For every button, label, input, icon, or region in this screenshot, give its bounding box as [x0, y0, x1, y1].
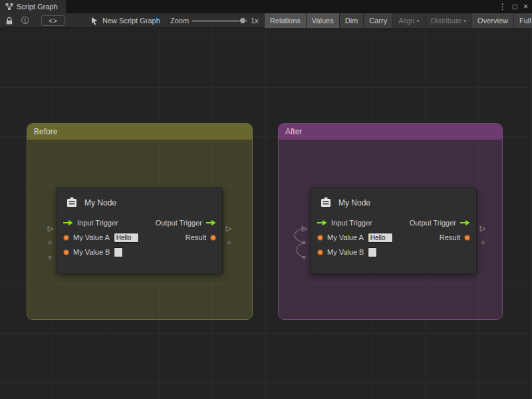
group-before-title: Before — [34, 127, 57, 136]
input-trigger-port[interactable]: Input Trigger — [317, 219, 372, 227]
overview-button[interactable]: Overview — [472, 13, 514, 28]
value-port-dot-icon[interactable] — [464, 235, 470, 241]
value-row-a: My Value A Result — [311, 230, 476, 245]
zoom-slider[interactable] — [192, 20, 247, 22]
my-value-a-label: My Value A — [73, 233, 110, 241]
info-icon: ⓘ — [21, 15, 29, 27]
script-graph-window: Script Graph ⋮ □ × ⓘ <> New Script Graph — [0, 0, 532, 399]
tab-script-graph[interactable]: Script Graph — [0, 0, 66, 13]
input-trigger-label: Input Trigger — [77, 219, 118, 227]
group-after-title: After — [285, 127, 302, 136]
flow-port-icon[interactable]: ▷ — [224, 223, 233, 233]
result-label: Result — [440, 233, 460, 241]
value-port-icon[interactable]: ○ — [46, 253, 54, 261]
my-value-a-label: My Value A — [327, 233, 364, 241]
flow-arrow-icon — [460, 219, 470, 226]
graph-selector[interactable]: New Script Graph — [90, 13, 160, 28]
my-value-b-label: My Value B — [73, 248, 110, 256]
code-icon: <> — [49, 17, 58, 25]
value-port-icon[interactable]: ○ — [300, 239, 308, 247]
relations-button[interactable]: Relations — [265, 13, 307, 28]
group-before-header[interactable]: Before — [27, 124, 252, 140]
close-icon[interactable]: × — [523, 2, 528, 11]
values-label: Values — [312, 17, 334, 25]
tab-title: Script Graph — [17, 3, 58, 11]
flow-row: Input Trigger Output Trigger — [311, 215, 476, 230]
output-trigger-label: Output Trigger — [156, 219, 202, 227]
value-port-dot-icon[interactable] — [317, 235, 323, 241]
dim-button[interactable]: Dim — [340, 13, 364, 28]
info-button[interactable]: ⓘ — [21, 13, 29, 28]
my-value-a-input[interactable] — [114, 233, 139, 243]
my-value-a-port[interactable]: My Value A — [63, 233, 139, 243]
value-port-dot-icon[interactable] — [210, 235, 216, 241]
flow-row: Input Trigger Output Trigger — [57, 215, 222, 230]
lock-button[interactable] — [5, 13, 13, 28]
graph-toolbar: ⓘ <> New Script Graph Zoom 1x Relations … — [0, 13, 532, 28]
flow-port-icon[interactable]: ▷ — [478, 223, 487, 233]
toolbar-buttons: Relations Values Dim Carry Align ▾ Distr… — [265, 13, 532, 28]
output-trigger-port[interactable]: Output Trigger — [156, 219, 216, 227]
fullscreen-label: Full Scr — [519, 17, 532, 25]
flow-port-icon[interactable]: ▷ — [300, 223, 309, 233]
values-button[interactable]: Values — [307, 13, 340, 28]
node-title: My Node — [338, 198, 370, 207]
value-row-b: My Value B — [311, 245, 476, 259]
unit-box-icon — [319, 196, 332, 209]
value-row-b: My Value B — [57, 245, 222, 259]
window-controls: ⋮ □ × — [499, 0, 528, 13]
dim-label: Dim — [345, 17, 358, 25]
group-after-header[interactable]: After — [279, 124, 502, 140]
overview-label: Overview — [477, 17, 508, 25]
zoom-label: Zoom — [170, 13, 189, 28]
value-port-dot-icon[interactable] — [317, 249, 323, 255]
my-value-b-port[interactable]: My Value B — [317, 247, 377, 257]
zoom-value: 1x — [251, 13, 259, 28]
my-value-b-label: My Value B — [327, 248, 364, 256]
node-my-node-after[interactable]: My Node Input Trigger Output Trigger — [311, 188, 477, 274]
result-label: Result — [186, 233, 206, 241]
relations-label: Relations — [270, 17, 301, 25]
node-title: My Node — [84, 198, 116, 207]
output-trigger-port[interactable]: Output Trigger — [410, 219, 470, 227]
my-value-b-input[interactable] — [114, 247, 123, 257]
node-header[interactable]: My Node — [57, 188, 222, 215]
input-trigger-port[interactable]: Input Trigger — [63, 219, 118, 227]
flow-arrow-icon — [63, 219, 73, 226]
my-value-b-input[interactable] — [368, 247, 377, 257]
distribute-label: Distribute — [431, 17, 462, 25]
result-port[interactable]: Result — [186, 233, 216, 241]
my-value-a-port[interactable]: My Value A — [317, 233, 393, 243]
flow-port-icon[interactable]: ▷ — [46, 223, 55, 233]
fullscreen-button[interactable]: Full Scr — [514, 13, 532, 28]
align-button[interactable]: Align ▾ — [393, 13, 425, 28]
value-port-dot-icon[interactable] — [63, 249, 69, 255]
carry-label: Carry — [369, 17, 387, 25]
my-value-a-input[interactable] — [368, 233, 393, 243]
maximize-icon[interactable]: □ — [513, 2, 517, 11]
value-port-icon[interactable]: ○ — [225, 239, 233, 247]
lock-icon — [5, 17, 13, 25]
unit-box-icon — [65, 196, 78, 209]
value-port-icon[interactable]: ○ — [300, 253, 308, 261]
align-label: Align — [398, 17, 414, 25]
node-header[interactable]: My Node — [311, 188, 476, 215]
chevron-down-icon: ▾ — [464, 18, 466, 24]
value-port-icon[interactable]: ○ — [46, 239, 54, 247]
my-value-b-port[interactable]: My Value B — [63, 247, 123, 257]
value-port-icon[interactable]: ○ — [479, 239, 487, 247]
flow-arrow-icon — [206, 219, 216, 226]
cursor-icon — [90, 17, 98, 25]
zoom-slider-handle[interactable] — [239, 17, 246, 24]
node-my-node-before[interactable]: My Node Input Trigger Output Trigger — [57, 188, 223, 274]
menu-icon[interactable]: ⋮ — [499, 2, 507, 11]
value-port-dot-icon[interactable] — [63, 235, 69, 241]
input-trigger-label: Input Trigger — [331, 219, 372, 227]
output-trigger-label: Output Trigger — [410, 219, 456, 227]
graph-canvas[interactable]: Before After My Node — [0, 28, 532, 399]
flow-arrow-icon — [317, 219, 327, 226]
carry-button[interactable]: Carry — [364, 13, 393, 28]
distribute-button[interactable]: Distribute ▾ — [426, 13, 472, 28]
edit-source-button[interactable]: <> — [41, 15, 65, 26]
result-port[interactable]: Result — [440, 233, 470, 241]
